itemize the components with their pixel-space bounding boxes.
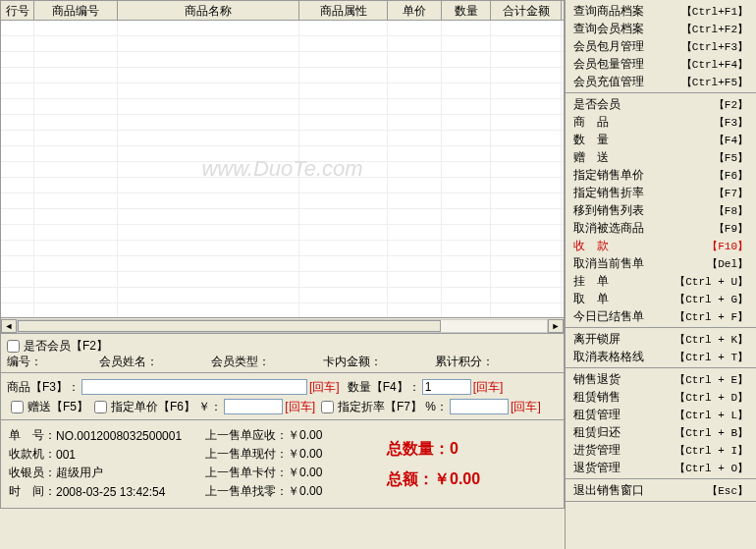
menu-item[interactable]: 取消当前售单【Del】	[566, 254, 756, 272]
table-row[interactable]	[1, 21, 564, 36]
gift-label: 赠送【F5】	[27, 399, 88, 415]
table-row[interactable]	[1, 68, 564, 83]
last-card: ￥0.00	[288, 465, 322, 481]
table-row[interactable]	[1, 272, 564, 288]
menu-label: 租赁归还	[573, 424, 621, 441]
member-type-label: 会员类型：	[211, 354, 319, 370]
menu-item[interactable]: 退货管理【Ctrl + O】	[566, 459, 756, 476]
table-row[interactable]	[1, 193, 564, 209]
enter-hint-1: [回车]	[309, 379, 340, 396]
menu-label: 收 款	[573, 238, 609, 254]
scroll-right-icon[interactable]: ►	[548, 319, 564, 333]
last-card-label: 上一售单卡付：	[205, 465, 288, 481]
menu-item[interactable]: 挂 单【Ctrl + U】	[566, 272, 756, 290]
menu-item[interactable]: 指定销售单价【F6】	[566, 166, 756, 184]
col-price[interactable]: 单价	[388, 1, 442, 20]
scroll-left-icon[interactable]: ◄	[1, 319, 17, 333]
table-row[interactable]	[1, 36, 564, 52]
menu-item[interactable]: 查询会员档案【Ctrl+F2】	[566, 20, 756, 37]
col-name[interactable]: 商品名称	[118, 1, 299, 20]
table-row[interactable]	[1, 83, 564, 99]
table-row[interactable]	[1, 115, 564, 131]
gift-checkbox[interactable]	[11, 401, 24, 413]
h-scrollbar[interactable]: ◄ ►	[1, 317, 564, 333]
menu-shortcut: 【Ctrl+F2】	[681, 22, 748, 36]
table-row[interactable]	[1, 288, 564, 303]
enter-hint-4: [回车]	[511, 399, 541, 415]
col-code[interactable]: 商品编号	[34, 1, 118, 20]
menu-shortcut: 【Ctrl + O】	[675, 461, 748, 475]
menu-item[interactable]: 取消表格格线【Ctrl + T】	[566, 348, 756, 365]
menu-item[interactable]: 销售退货【Ctrl + E】	[566, 370, 756, 388]
table-row[interactable]	[1, 131, 564, 146]
machine: 001	[56, 448, 76, 462]
menu-shortcut: 【Ctrl+F3】	[681, 39, 748, 54]
menu-item[interactable]: 收 款【F10】	[566, 237, 756, 254]
menu-item[interactable]: 移到销售列表【F8】	[566, 201, 756, 219]
last-recv-label: 上一售单应收：	[205, 427, 288, 444]
table-row[interactable]	[1, 209, 564, 225]
product-code-label: 商品【F3】：	[7, 379, 80, 396]
menu-shortcut: 【Ctrl + T】	[675, 350, 748, 364]
scroll-thumb[interactable]	[18, 320, 441, 332]
menu-shortcut: 【F2】	[714, 97, 748, 112]
member-checkbox[interactable]	[7, 340, 20, 353]
menu-shortcut: 【Esc】	[707, 483, 748, 498]
menu-shortcut: 【Ctrl + D】	[675, 390, 748, 405]
grid-header: 行号 商品编号 商品名称 商品属性 单价 数量 合计金额	[1, 1, 564, 21]
menu-label: 会员包月管理	[573, 38, 644, 55]
menu-item[interactable]: 租赁销售【Ctrl + D】	[566, 388, 756, 406]
menu-item[interactable]: 取 单【Ctrl + G】	[566, 290, 756, 307]
member-points-label: 累计积分：	[435, 354, 494, 370]
scroll-track[interactable]	[17, 319, 548, 333]
price-input[interactable]	[224, 399, 283, 414]
table-row[interactable]	[1, 225, 564, 241]
menu-label: 指定销售单价	[573, 167, 644, 184]
menu-label: 数 量	[573, 132, 609, 148]
menu-item[interactable]: 会员充值管理【Ctrl+F5】	[566, 73, 756, 90]
menu-item[interactable]: 查询商品档案【Ctrl+F1】	[566, 2, 756, 20]
qty-input[interactable]	[422, 379, 471, 395]
menu-label: 销售退货	[573, 371, 621, 388]
menu-item[interactable]: 指定销售折率【F7】	[566, 184, 756, 201]
menu-item[interactable]: 进货管理【Ctrl + I】	[566, 441, 756, 459]
menu-shortcut: 【Ctrl + U】	[675, 274, 748, 289]
menu-item[interactable]: 租赁管理【Ctrl + L】	[566, 406, 756, 423]
menu-label: 租赁销售	[573, 389, 621, 406]
product-code-input[interactable]	[81, 379, 307, 395]
total-amt-label: 总额：	[387, 470, 434, 487]
discount-input[interactable]	[450, 399, 509, 414]
col-qty[interactable]: 数量	[442, 1, 491, 20]
grid-body[interactable]: www.DuoTe.com	[1, 21, 564, 317]
menu-shortcut: 【Ctrl + E】	[675, 372, 748, 387]
col-total[interactable]: 合计金额	[491, 1, 562, 20]
menu-shortcut: 【Ctrl+F4】	[681, 57, 748, 72]
menu-label: 是否会员	[573, 96, 621, 113]
menu-item[interactable]: 退出销售窗口【Esc】	[566, 481, 756, 499]
time: 2008-03-25 13:42:54	[56, 485, 165, 499]
member-id-label: 编号：	[7, 354, 95, 370]
table-row[interactable]	[1, 241, 564, 256]
table-row[interactable]	[1, 99, 564, 115]
menu-item[interactable]: 商 品【F3】	[566, 113, 756, 131]
menu-item[interactable]: 数 量【F4】	[566, 131, 756, 148]
menu-item[interactable]: 租赁归还【Ctrl + B】	[566, 423, 756, 441]
menu-item[interactable]: 赠 送【F5】	[566, 148, 756, 166]
menu-label: 取 单	[573, 291, 609, 307]
col-row[interactable]: 行号	[1, 1, 34, 20]
menu-item[interactable]: 会员包量管理【Ctrl+F4】	[566, 55, 756, 73]
table-row[interactable]	[1, 303, 564, 317]
table-row[interactable]	[1, 256, 564, 272]
price-checkbox[interactable]	[94, 401, 107, 413]
menu-item[interactable]: 会员包月管理【Ctrl+F3】	[566, 37, 756, 55]
menu-item[interactable]: 今日已结售单【Ctrl + F】	[566, 307, 756, 325]
menu-item[interactable]: 离开锁屏【Ctrl + K】	[566, 330, 756, 348]
menu-shortcut: 【Ctrl + K】	[675, 332, 748, 347]
menu-shortcut: 【Ctrl+F1】	[681, 4, 748, 19]
col-attr[interactable]: 商品属性	[299, 1, 388, 20]
discount-checkbox[interactable]	[321, 401, 334, 413]
menu-item[interactable]: 取消被选商品【F9】	[566, 219, 756, 237]
menu-item[interactable]: 是否会员【F2】	[566, 95, 756, 113]
menu-label: 取消被选商品	[573, 220, 644, 237]
table-row[interactable]	[1, 52, 564, 68]
